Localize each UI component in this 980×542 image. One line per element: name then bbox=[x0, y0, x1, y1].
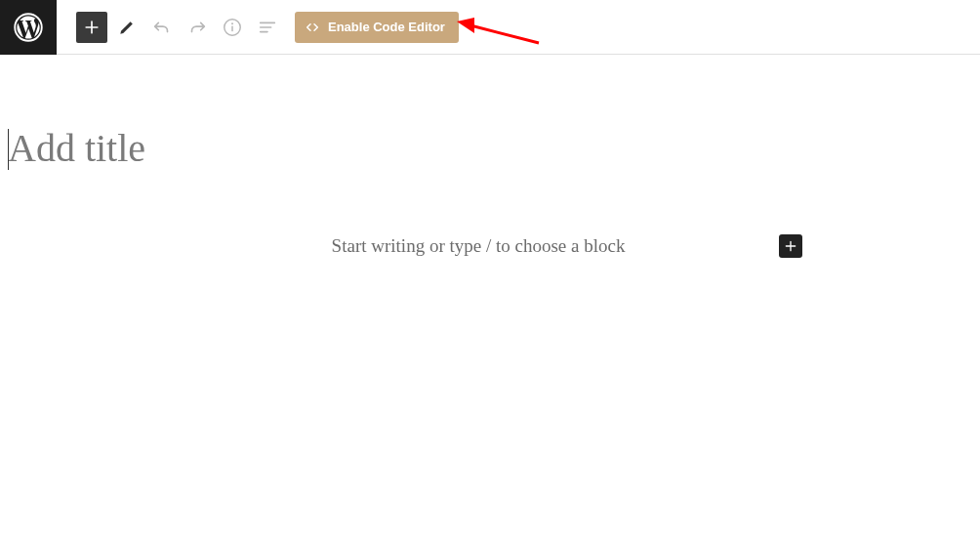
list-view-button[interactable] bbox=[252, 12, 283, 43]
plus-icon bbox=[82, 18, 102, 37]
pencil-icon bbox=[117, 18, 137, 37]
wordpress-logo-button[interactable] bbox=[0, 0, 57, 55]
toolbar-tools: Enable Code Editor bbox=[76, 12, 459, 43]
redo-button[interactable] bbox=[182, 12, 213, 43]
add-block-button[interactable] bbox=[76, 12, 107, 43]
enable-code-editor-label: Enable Code Editor bbox=[328, 20, 445, 34]
edit-tool-button[interactable] bbox=[111, 12, 143, 43]
code-icon bbox=[305, 20, 320, 35]
text-cursor bbox=[8, 129, 9, 170]
plus-icon bbox=[783, 238, 798, 254]
default-block[interactable]: Start writing or type / to choose a bloc… bbox=[178, 234, 802, 258]
details-button[interactable] bbox=[217, 12, 248, 43]
enable-code-editor-button[interactable]: Enable Code Editor bbox=[295, 12, 459, 43]
undo-icon bbox=[151, 17, 173, 38]
svg-point-2 bbox=[231, 22, 233, 24]
svg-rect-3 bbox=[231, 25, 232, 31]
block-placeholder-text: Start writing or type / to choose a bloc… bbox=[178, 235, 779, 257]
list-view-icon bbox=[257, 17, 278, 38]
wordpress-logo-icon bbox=[14, 13, 43, 42]
info-icon bbox=[222, 17, 243, 38]
post-title-field[interactable]: Add title bbox=[8, 125, 980, 172]
undo-button[interactable] bbox=[146, 12, 178, 43]
inline-add-block-button[interactable] bbox=[779, 234, 802, 258]
redo-icon bbox=[186, 17, 208, 38]
editor-canvas: Add title Start writing or type / to cho… bbox=[0, 125, 980, 258]
editor-top-toolbar: Enable Code Editor bbox=[0, 0, 980, 55]
post-title-placeholder: Add title bbox=[8, 125, 980, 172]
